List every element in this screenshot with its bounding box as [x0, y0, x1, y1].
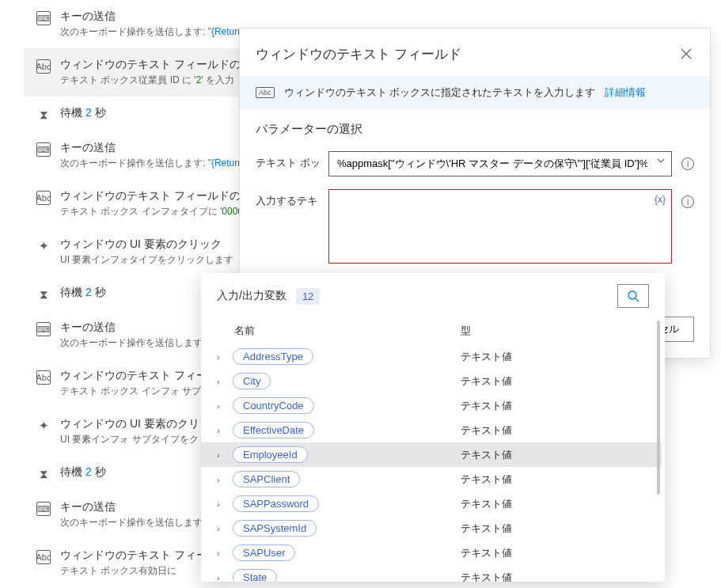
action-icon: Abc — [36, 191, 51, 205]
chevron-right-icon: › — [217, 450, 233, 460]
variable-pill: SAPUser — [233, 544, 295, 561]
action-icon: Abc — [36, 59, 51, 74]
chevron-right-icon: › — [217, 377, 233, 386]
action-description: 次のキーボード操作を送信します: "{Return — [60, 157, 261, 170]
action-title: キーの送信 — [60, 9, 261, 24]
variable-type: テキスト値 — [461, 472, 646, 487]
info-text: ウィンドウのテキスト ボックスに指定されたテキストを入力します — [284, 85, 596, 100]
action-description: 次のキーボード操作を送信します: "{Return — [60, 25, 261, 39]
info-icon[interactable]: i — [681, 157, 694, 170]
text-input[interactable] — [328, 189, 672, 264]
chevron-right-icon: › — [217, 352, 233, 362]
chevron-right-icon: › — [217, 573, 233, 582]
action-title: ウィンドウのテキスト フィールドの入 — [60, 58, 261, 72]
search-button[interactable] — [617, 284, 649, 308]
action-icon: ⌨ — [36, 322, 51, 336]
details-link[interactable]: 詳細情報 — [605, 85, 646, 100]
chevron-right-icon: › — [217, 426, 233, 435]
action-icon: ⧗ — [36, 287, 51, 302]
info-icon[interactable]: i — [681, 195, 694, 208]
variable-name-cell: EffectiveDate — [233, 422, 461, 438]
variable-pill: State — [233, 569, 277, 582]
variable-name-cell: State — [233, 569, 461, 582]
variable-count-badge: 12 — [296, 288, 320, 305]
variable-row[interactable]: ›EffectiveDateテキスト値 — [201, 418, 662, 442]
col-header-name: 名前 — [234, 324, 461, 338]
variable-row[interactable]: ›AddressTypeテキスト値 — [201, 344, 662, 369]
action-description: テキスト ボックス インフォタイプに '0006 — [60, 205, 261, 218]
variable-row[interactable]: ›EmployeeIdテキスト値 — [201, 442, 662, 467]
chevron-right-icon: › — [217, 524, 233, 533]
action-item[interactable]: Abcウィンドウのテキスト フィールドの入テキスト ボックス従業員 ID に '… — [24, 48, 269, 97]
chevron-right-icon: › — [217, 499, 233, 509]
column-headers: 名前 型 — [201, 319, 665, 344]
variable-type: テキスト値 — [461, 448, 646, 462]
action-item[interactable]: ⌨キーの送信次のキーボード操作を送信します: "{Return — [24, 131, 269, 180]
action-body: 待機 2 秒 — [60, 106, 261, 122]
action-icon: ⌨ — [36, 502, 51, 516]
action-icon: ⌨ — [36, 11, 51, 25]
svg-point-0 — [628, 291, 636, 299]
label-text: 入力するテキ — [256, 189, 319, 208]
dropdown-icon[interactable] — [656, 156, 666, 168]
search-icon — [627, 290, 639, 302]
popover-header: 入力/出力変数 12 — [201, 273, 665, 319]
chevron-right-icon: › — [217, 548, 233, 558]
action-description: テキスト ボックス従業員 ID に '2' を入力 — [60, 74, 261, 87]
action-icon: ✦ — [36, 239, 51, 253]
action-icon: Abc — [36, 550, 51, 564]
action-item[interactable]: Abcウィンドウのテキスト フィールドの入テキスト ボックス インフォタイプに … — [24, 180, 269, 228]
variable-pill: SAPPassword — [233, 495, 319, 512]
variable-name-cell: SAPUser — [233, 544, 461, 561]
action-item[interactable]: ✦ウィンドウの UI 要素のクリックUI 要素インフォタイプをクリックします — [24, 228, 269, 276]
col-header-type: 型 — [461, 324, 649, 338]
variable-type: テキスト値 — [461, 423, 646, 438]
variable-type: テキスト値 — [461, 522, 646, 536]
action-title: ウィンドウの UI 要素のクリック — [60, 237, 261, 252]
variable-pill: AddressType — [233, 348, 313, 365]
variable-list: ›AddressTypeテキスト値›Cityテキスト値›CountryCodeテ… — [201, 344, 665, 582]
action-title: ウィンドウのテキスト フィールドの入 — [60, 189, 261, 203]
action-title: 待機 2 秒 — [60, 106, 261, 120]
chevron-down-icon — [656, 156, 666, 165]
variable-row[interactable]: ›Stateテキスト値 — [201, 565, 662, 582]
variable-token-button[interactable]: {x} — [655, 194, 666, 205]
variable-name-cell: EmployeeId — [233, 446, 461, 463]
textbox-icon: Abc — [256, 87, 275, 98]
dialog-header: ウィンドウのテキスト フィールド — [240, 28, 710, 76]
variable-type: テキスト値 — [461, 374, 646, 389]
variable-row[interactable]: ›SAPUserテキスト値 — [201, 541, 662, 565]
form-row-textbox: テキスト ボッ i — [240, 145, 710, 183]
variable-name-cell: City — [233, 373, 461, 389]
variable-row[interactable]: ›SAPSystemIdテキスト値 — [201, 516, 662, 541]
chevron-right-icon: › — [217, 475, 233, 484]
dialog-title: ウィンドウのテキスト フィールド — [256, 45, 461, 63]
action-body: キーの送信次のキーボード操作を送信します: "{Return — [60, 141, 261, 170]
variable-row[interactable]: ›CountryCodeテキスト値 — [201, 393, 662, 418]
variable-type: テキスト値 — [461, 546, 646, 560]
action-body: ウィンドウのテキスト フィールドの入テキスト ボックス インフォタイプに '00… — [60, 189, 261, 218]
action-icon: ⧗ — [36, 108, 51, 122]
variable-pill: SAPClient — [233, 471, 300, 487]
variable-pill: CountryCode — [233, 397, 314, 414]
variable-pill: EffectiveDate — [233, 422, 314, 438]
variable-row[interactable]: ›SAPPasswordテキスト値 — [201, 491, 662, 516]
variable-type: テキスト値 — [461, 399, 646, 413]
variable-name-cell: SAPSystemId — [233, 520, 461, 537]
action-icon: ⧗ — [36, 467, 51, 481]
variable-type: テキスト値 — [461, 571, 646, 582]
variable-pill: SAPSystemId — [233, 520, 317, 537]
textbox-input[interactable] — [328, 151, 672, 176]
action-icon: ⌨ — [36, 142, 51, 157]
dialog-info-bar: Abc ウィンドウのテキスト ボックスに指定されたテキストを入力します 詳細情報 — [240, 76, 710, 109]
action-item[interactable]: ⧗待機 2 秒 — [24, 97, 269, 131]
variable-row[interactable]: ›SAPClientテキスト値 — [201, 467, 662, 491]
action-body: キーの送信次のキーボード操作を送信します: "{Return — [60, 9, 261, 39]
variable-row[interactable]: ›Cityテキスト値 — [201, 369, 662, 393]
form-row-text: 入力するテキ {x} i — [240, 183, 710, 272]
action-item[interactable]: ⌨キーの送信次のキーボード操作を送信します: "{Return — [24, 0, 269, 48]
scrollbar[interactable] — [657, 321, 660, 495]
variable-pill: EmployeeId — [233, 446, 308, 463]
variable-type: テキスト値 — [461, 497, 646, 511]
close-button[interactable] — [675, 43, 697, 65]
